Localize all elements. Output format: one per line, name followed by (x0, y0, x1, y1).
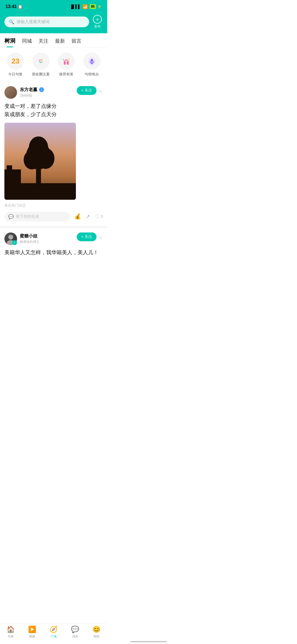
status-icons: ▐▌▌▌ 📶 95 ⚡ (70, 4, 102, 9)
share-action-1[interactable]: ↗ (86, 213, 90, 220)
author-name-row-2: 蜜糖小姐 (20, 233, 40, 239)
coin-icon: 💰 (74, 213, 81, 220)
svg-rect-19 (4, 183, 76, 200)
quick-icons-row: 23 今日句签 朋友圈文案 (0, 48, 107, 82)
post-source-label-1: 来自热门动态 (4, 203, 103, 208)
comment-input-1[interactable]: 💬 留下你的足迹 (4, 212, 70, 221)
search-icon: 🔍 (9, 19, 14, 24)
comment-icon-1: 💬 (8, 214, 14, 219)
radio-label: 句馆电台 (85, 72, 99, 77)
quick-item-recommend[interactable]: 推荐有奖 (54, 53, 79, 77)
svg-rect-13 (91, 59, 93, 62)
author-name-1: 东方老赢 (20, 87, 37, 93)
post-footer-1: 💬 留下你的足迹 💰 ↗ ♡ 3 (4, 212, 103, 221)
tab-liuyan[interactable]: 留言 (72, 38, 81, 47)
coin-action-1[interactable]: 💰 (74, 213, 81, 220)
header: 🔍 请输入搜索关键词 ＋ 发布 (0, 12, 107, 33)
post-time-1: 2秒钟前 (20, 93, 44, 98)
tab-zuixin[interactable]: 最新 (55, 38, 65, 47)
svg-point-24 (29, 136, 48, 158)
svg-point-9 (63, 59, 64, 60)
svg-rect-26 (7, 165, 12, 183)
svg-point-27 (8, 235, 13, 240)
author-sub-2: 糖果味的博主 (20, 240, 40, 244)
post-content-1: 变成一对，差了点缘分装成朋友，少了点天分 (4, 102, 103, 119)
chevron-down-icon-1[interactable]: ⌄ (99, 87, 103, 94)
tab-navigation: 树洞 同城 关注 最新 留言 (0, 33, 107, 48)
tab-tongcheng[interactable]: 同城 (22, 38, 32, 47)
post-actions-right-1: + 关注 ⌄ (77, 86, 103, 95)
publish-label: 发布 (94, 24, 101, 29)
search-placeholder: 请输入搜索关键词 (16, 19, 50, 24)
tab-shudong[interactable]: 树洞 (4, 37, 15, 47)
post-actions-right-2: + 关注 ⌄ (77, 232, 103, 241)
recommend-icon (58, 53, 75, 70)
moments-icon (32, 53, 50, 70)
moments-label: 朋友圈文案 (32, 72, 50, 77)
post-card-2: ✓ 蜜糖小姐 糖果味的博主 + 关注 ⌄ 美籍华人又怎样，我华籍美人，美人儿！ (0, 228, 107, 261)
status-time: 13:41 📋 (6, 4, 23, 9)
radio-icon (83, 53, 100, 70)
share-icon: ↗ (86, 213, 90, 220)
publish-button[interactable]: ＋ 发布 (92, 15, 103, 29)
quick-item-moments[interactable]: 朋友圈文案 (28, 53, 54, 77)
like-count-1: 3 (101, 214, 103, 219)
heart-icon: ♡ (95, 213, 100, 220)
avatar-wrap-2: ✓ (4, 232, 17, 245)
post-author-info-2: ✓ 蜜糖小姐 糖果味的博主 (4, 232, 40, 245)
post-header-2: ✓ 蜜糖小姐 糖果味的博主 + 关注 ⌄ (4, 232, 103, 245)
chevron-down-icon-2[interactable]: ⌄ (99, 234, 103, 240)
recommend-label: 推荐有奖 (59, 72, 73, 77)
svg-point-8 (68, 58, 69, 59)
verified-badge-2: ✓ (12, 240, 17, 245)
author-name-2: 蜜糖小姐 (20, 233, 37, 239)
quick-item-radio[interactable]: 句馆电台 (79, 53, 105, 77)
follow-button-1[interactable]: + 关注 (77, 86, 97, 95)
quick-item-daily[interactable]: 23 今日句签 (3, 53, 28, 77)
follow-button-2[interactable]: + 关注 (77, 232, 97, 241)
author-name-row-1: 东方老赢 ♂ (20, 87, 44, 93)
daily-stamp-icon: 23 (7, 53, 24, 70)
svg-rect-7 (64, 61, 69, 61)
publish-circle-icon: ＋ (93, 15, 102, 24)
comment-placeholder-1: 留下你的足迹 (16, 214, 39, 219)
search-bar[interactable]: 🔍 请输入搜索关键词 (4, 17, 89, 27)
like-action-1[interactable]: ♡ 3 (95, 213, 103, 220)
battery-badge: 95 (90, 4, 96, 9)
post-card-1: 东方老赢 ♂ 2秒钟前 + 关注 ⌄ 变成一对，差了点缘分装成朋友，少了点天分 (0, 82, 107, 228)
status-bar: 13:41 📋 ▐▌▌▌ 📶 95 ⚡ (0, 0, 107, 12)
post-header-1: 东方老赢 ♂ 2秒钟前 + 关注 ⌄ (4, 86, 103, 99)
post-content-2: 美籍华人又怎样，我华籍美人，美人儿！ (4, 248, 103, 257)
svg-point-2 (40, 61, 42, 62)
post-image-1[interactable] (4, 123, 76, 200)
post-author-info-1: 东方老赢 ♂ 2秒钟前 (4, 86, 44, 99)
gender-badge-male: ♂ (39, 87, 44, 92)
daily-stamp-label: 今日句签 (8, 72, 23, 77)
tab-guanzhu[interactable]: 关注 (38, 38, 48, 47)
avatar-1[interactable] (4, 86, 17, 99)
